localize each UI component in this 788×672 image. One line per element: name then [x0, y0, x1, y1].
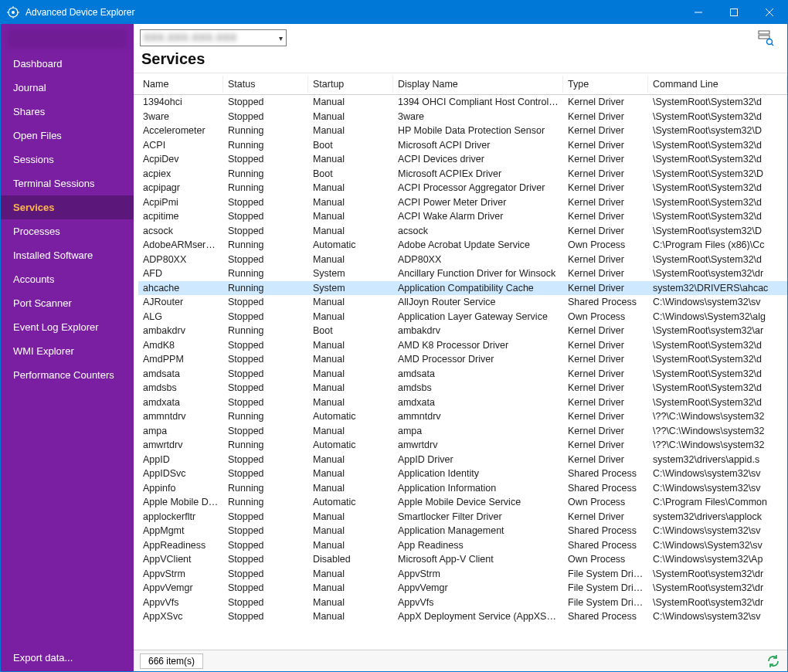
- cell-status: Stopped: [223, 511, 308, 523]
- cell-display: App Readiness: [393, 539, 563, 552]
- table-row[interactable]: AcpiDevStoppedManualACPI Devices driverK…: [138, 152, 787, 167]
- cell-startup: System: [308, 267, 393, 280]
- table-row[interactable]: AppXSvcStoppedManualAppX Deployment Serv…: [138, 609, 787, 624]
- cell-display: ACPI Processor Aggregator Driver: [393, 182, 563, 194]
- minimize-button[interactable]: [681, 1, 716, 24]
- table-row[interactable]: amwrtdrvRunningAutomaticamwrtdrvKernel D…: [138, 438, 787, 453]
- sidebar-item-dashboard[interactable]: Dashboard: [1, 52, 134, 76]
- table-row[interactable]: applockerfltrStoppedManualSmartlocker Fi…: [138, 510, 787, 524]
- maximize-button[interactable]: [716, 1, 752, 24]
- table-row[interactable]: amdxataStoppedManualamdxataKernel Driver…: [138, 395, 787, 410]
- refresh-button[interactable]: [766, 653, 781, 669]
- cell-status: Stopped: [223, 210, 308, 222]
- col-status[interactable]: Status: [223, 76, 308, 93]
- export-data-link[interactable]: Export data...: [1, 644, 134, 671]
- table-row[interactable]: acpipagrRunningManualACPI Processor Aggr…: [138, 181, 787, 195]
- cell-display: AMD Processor Driver: [393, 353, 563, 365]
- table-row[interactable]: AmdK8StoppedManualAMD K8 Processor Drive…: [138, 338, 787, 353]
- cell-status: Stopped: [223, 425, 308, 437]
- cell-startup: Manual: [308, 482, 393, 494]
- cell-name: AcpiDev: [138, 153, 223, 165]
- cell-status: Stopped: [223, 568, 308, 580]
- table-row[interactable]: AppReadinessStoppedManualApp ReadinessSh…: [138, 538, 787, 553]
- table-row[interactable]: AJRouterStoppedManualAllJoyn Router Serv…: [138, 295, 787, 310]
- sidebar-item-terminal-sessions[interactable]: Terminal Sessions: [1, 171, 134, 195]
- sidebar-item-performance-counters[interactable]: Performance Counters: [1, 363, 134, 387]
- cell-startup: System: [308, 282, 393, 294]
- sidebar-item-services[interactable]: Services: [1, 195, 134, 219]
- cell-cmd: \SystemRoot\System32\d: [648, 196, 787, 209]
- table-row[interactable]: ampaStoppedManualampaKernel Driver\??\C:…: [138, 424, 787, 439]
- cell-startup: Manual: [308, 568, 393, 580]
- cell-display: ambakdrv: [393, 324, 563, 337]
- table-row[interactable]: AccelerometerRunningManualHP Mobile Data…: [138, 124, 787, 138]
- cell-name: AppvVemgr: [138, 582, 223, 594]
- cell-cmd: \??\C:\Windows\system32: [648, 439, 787, 451]
- table-row[interactable]: AppIDStoppedManualAppID DriverKernel Dri…: [138, 453, 787, 467]
- cell-status: Stopped: [223, 153, 308, 165]
- sidebar-item-wmi-explorer[interactable]: WMI Explorer: [1, 339, 134, 363]
- sidebar-item-accounts[interactable]: Accounts: [1, 267, 134, 291]
- table-row[interactable]: acsockStoppedManualacsockKernel Driver\S…: [138, 224, 787, 239]
- cell-cmd: \SystemRoot\System32\d: [648, 253, 787, 266]
- sidebar-item-installed-software[interactable]: Installed Software: [1, 243, 134, 267]
- col-startup[interactable]: Startup: [308, 76, 393, 93]
- cell-status: Stopped: [223, 596, 308, 609]
- col-cmd[interactable]: Command Line: [648, 76, 787, 93]
- table-row[interactable]: AppinfoRunningManualApplication Informat…: [138, 481, 787, 496]
- table-row[interactable]: amdsataStoppedManualamdsataKernel Driver…: [138, 367, 787, 382]
- cell-status: Running: [223, 410, 308, 423]
- close-button[interactable]: [752, 1, 787, 24]
- cell-startup: Manual: [308, 596, 393, 609]
- table-row[interactable]: ADP80XXStoppedManualADP80XXKernel Driver…: [138, 253, 787, 267]
- col-type[interactable]: Type: [563, 76, 648, 93]
- sidebar-item-sessions[interactable]: Sessions: [1, 148, 134, 171]
- nav-list: DashboardJournalSharesOpen FilesSessions…: [1, 52, 134, 387]
- sidebar-item-event-log-explorer[interactable]: Event Log Explorer: [1, 315, 134, 339]
- col-display[interactable]: Display Name: [393, 76, 563, 93]
- table-row[interactable]: AdobeARMserviceRunningAutomaticAdobe Acr…: [138, 238, 787, 253]
- cell-status: Running: [223, 482, 308, 494]
- table-row[interactable]: AppMgmtStoppedManualApplication Manageme…: [138, 524, 787, 538]
- cell-cmd: \SystemRoot\System32\d: [648, 110, 787, 123]
- cell-status: Stopped: [223, 453, 308, 466]
- cell-display: AppvVfs: [393, 596, 563, 609]
- cell-status: Stopped: [223, 353, 308, 365]
- table-row[interactable]: AppIDSvcStoppedManualApplication Identit…: [138, 467, 787, 481]
- table-row[interactable]: AppVClientStoppedDisabledMicrosoft App-V…: [138, 552, 787, 567]
- table-row[interactable]: Apple Mobile De...RunningAutomaticApple …: [138, 495, 787, 510]
- sidebar-item-open-files[interactable]: Open Files: [1, 124, 134, 148]
- sidebar-item-journal[interactable]: Journal: [1, 76, 134, 100]
- cell-type: File System Driver: [563, 582, 648, 594]
- sidebar-item-port-scanner[interactable]: Port Scanner: [1, 291, 134, 315]
- chevron-down-icon: ▾: [279, 34, 283, 42]
- table-row[interactable]: acpitimeStoppedManualACPI Wake Alarm Dri…: [138, 209, 787, 224]
- table-row[interactable]: ACPIRunningBootMicrosoft ACPI DriverKern…: [138, 138, 787, 153]
- cell-name: AmdPPM: [138, 353, 223, 365]
- table-row[interactable]: AmdPPMStoppedManualAMD Processor DriverK…: [138, 352, 787, 367]
- cell-type: Kernel Driver: [563, 324, 648, 337]
- table-row[interactable]: ahcacheRunningSystemApplication Compatib…: [138, 281, 787, 296]
- table-row[interactable]: AppvStrmStoppedManualAppvStrmFile System…: [138, 567, 787, 582]
- col-name[interactable]: Name: [138, 76, 223, 93]
- table-row[interactable]: AppvVfsStoppedManualAppvVfsFile System D…: [138, 596, 787, 610]
- cell-display: ammntdrv: [393, 410, 563, 423]
- table-row[interactable]: amdsbsStoppedManualamdsbsKernel Driver\S…: [138, 381, 787, 395]
- table-row[interactable]: AppvVemgrStoppedManualAppvVemgrFile Syst…: [138, 581, 787, 596]
- sidebar-item-shares[interactable]: Shares: [1, 100, 134, 124]
- table-row[interactable]: AcpiPmiStoppedManualACPI Power Meter Dri…: [138, 195, 787, 210]
- cell-startup: Manual: [308, 110, 393, 123]
- cell-cmd: C:\Windows\system32\Ap: [648, 553, 787, 565]
- table-row[interactable]: acpiexRunningBootMicrosoft ACPIEx Driver…: [138, 167, 787, 182]
- grid-body[interactable]: 1394ohciStoppedManual1394 OHCI Compliant…: [134, 95, 787, 650]
- target-combo[interactable]: XXX.XXX.XXX.XXX ▾: [140, 29, 287, 46]
- table-row[interactable]: AFDRunningSystemAncillary Function Drive…: [138, 266, 787, 281]
- table-row[interactable]: 3wareStoppedManual3wareKernel Driver\Sys…: [138, 110, 787, 124]
- table-row[interactable]: ammntdrvRunningAutomaticammntdrvKernel D…: [138, 409, 787, 424]
- cell-type: Own Process: [563, 496, 648, 508]
- server-search-icon[interactable]: [756, 29, 775, 47]
- table-row[interactable]: 1394ohciStoppedManual1394 OHCI Compliant…: [138, 95, 787, 110]
- table-row[interactable]: ambakdrvRunningBootambakdrvKernel Driver…: [138, 324, 787, 338]
- table-row[interactable]: ALGStoppedManualApplication Layer Gatewa…: [138, 310, 787, 324]
- sidebar-item-processes[interactable]: Processes: [1, 219, 134, 243]
